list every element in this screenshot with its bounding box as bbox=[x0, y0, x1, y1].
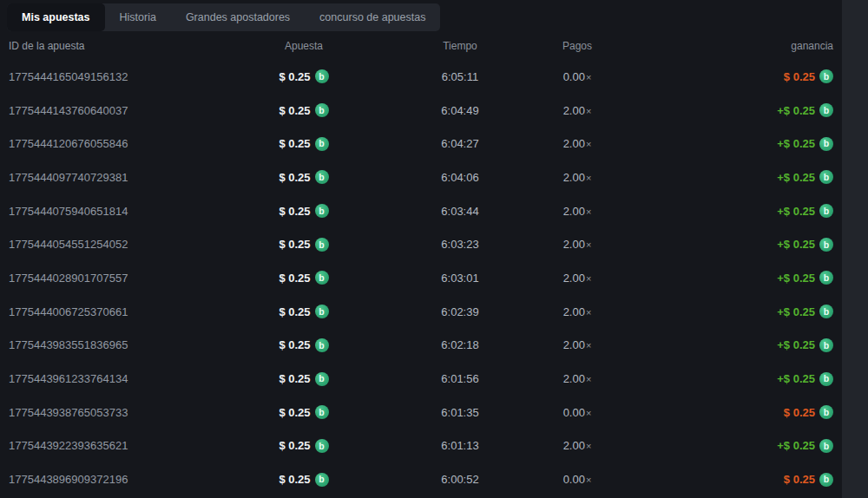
bets-tabbar: Mis apuestasHistoriaGrandes apostadoresc… bbox=[7, 3, 440, 31]
multiplier-symbol: × bbox=[586, 239, 591, 250]
bcd-coin-icon: b bbox=[819, 137, 833, 151]
bet-payout-cell: 2.00× bbox=[529, 137, 625, 150]
page-background-gutter bbox=[842, 0, 868, 498]
column-header-time: Tiempo bbox=[391, 40, 529, 52]
bet-time: 6:03:23 bbox=[391, 238, 529, 251]
bet-id: 1775443961233764134 bbox=[9, 372, 217, 385]
bet-amount-cell: $ 0.25 b bbox=[217, 405, 391, 419]
tab-concurso-de-apuestas[interactable]: concurso de apuestas bbox=[305, 3, 440, 31]
tab-grandes-apostadores[interactable]: Grandes apostadores bbox=[171, 3, 305, 31]
bet-row[interactable]: 1775443961233764134 $ 0.25 b 6:01:56 2.0… bbox=[0, 362, 842, 396]
bet-profit-cell: +$ 0.25 b bbox=[625, 271, 833, 285]
bet-payout-cell: 2.00× bbox=[529, 338, 625, 351]
bet-payout-cell: 2.00× bbox=[529, 171, 625, 184]
column-header-payout: Pagos bbox=[529, 40, 625, 52]
bcd-coin-icon: b bbox=[315, 204, 329, 218]
bet-row[interactable]: 1775444006725370661 $ 0.25 b 6:02:39 2.0… bbox=[0, 295, 842, 329]
bet-id: 1775444075940651814 bbox=[9, 205, 217, 218]
bet-time: 6:02:39 bbox=[391, 305, 529, 318]
bets-table-body: 1775444165049156132 $ 0.25 b 6:05:11 0.0… bbox=[0, 60, 842, 498]
bet-time: 6:03:44 bbox=[391, 205, 529, 218]
multiplier-symbol: × bbox=[586, 72, 591, 82]
table-header-row: ID de la apuesta Apuesta Tiempo Pagos ga… bbox=[0, 31, 842, 60]
profit-amount: $ 0.25 bbox=[784, 70, 815, 83]
bcd-coin-icon: b bbox=[819, 170, 833, 184]
bet-payout-cell: 2.00× bbox=[529, 439, 625, 452]
bcd-coin-icon: b bbox=[315, 238, 329, 252]
bcd-coin-icon: b bbox=[819, 473, 833, 487]
bet-amount-cell: $ 0.25 b bbox=[217, 137, 391, 151]
bcd-coin-icon: b bbox=[315, 271, 329, 285]
payout-multiplier: 2.00 bbox=[563, 171, 585, 184]
bet-amount-cell: $ 0.25 b bbox=[217, 372, 391, 386]
bet-row[interactable]: 1775444028901707557 $ 0.25 b 6:03:01 2.0… bbox=[0, 261, 842, 295]
bet-time: 6:01:56 bbox=[391, 372, 529, 385]
tab-mis-apuestas[interactable]: Mis apuestas bbox=[7, 3, 105, 31]
bet-row[interactable]: 1775443938765053733 $ 0.25 b 6:01:35 0.0… bbox=[0, 396, 842, 429]
bet-row[interactable]: 1775444097740729381 $ 0.25 b 6:04:06 2.0… bbox=[0, 161, 842, 194]
bet-time: 6:04:27 bbox=[391, 137, 529, 150]
bcd-coin-icon: b bbox=[819, 238, 833, 252]
bcd-coin-icon: b bbox=[315, 69, 329, 83]
bet-profit-cell: +$ 0.25 b bbox=[625, 372, 833, 386]
bet-amount-cell: $ 0.25 b bbox=[217, 473, 391, 487]
multiplier-symbol: × bbox=[586, 106, 591, 116]
bet-id: 1775444028901707557 bbox=[9, 272, 217, 285]
bcd-coin-icon: b bbox=[315, 305, 329, 318]
bet-payout-cell: 2.00× bbox=[529, 104, 625, 117]
bet-id: 1775444143760640037 bbox=[9, 104, 217, 117]
bcd-coin-icon: b bbox=[819, 69, 833, 83]
bet-amount-cell: $ 0.25 b bbox=[217, 338, 391, 352]
bet-time: 6:05:11 bbox=[391, 70, 529, 83]
bet-time: 6:03:01 bbox=[391, 272, 529, 285]
payout-multiplier: 2.00 bbox=[563, 305, 585, 318]
multiplier-symbol: × bbox=[586, 340, 591, 351]
bet-profit-cell: +$ 0.25 b bbox=[625, 439, 833, 453]
multiplier-symbol: × bbox=[586, 374, 591, 384]
profit-amount: +$ 0.25 bbox=[777, 104, 815, 117]
bet-row[interactable]: 1775443922393635621 $ 0.25 b 6:01:13 2.0… bbox=[0, 429, 842, 463]
bet-amount: $ 0.25 bbox=[279, 439, 310, 452]
bet-amount: $ 0.25 bbox=[279, 70, 310, 83]
column-header-profit: ganancia bbox=[625, 40, 833, 52]
bet-time: 6:02:18 bbox=[391, 338, 529, 351]
bet-profit-cell: +$ 0.25 b bbox=[625, 137, 833, 151]
multiplier-symbol: × bbox=[586, 206, 591, 217]
bet-row[interactable]: 1775444143760640037 $ 0.25 b 6:04:49 2.0… bbox=[0, 94, 842, 128]
bet-row[interactable]: 1775443983551836965 $ 0.25 b 6:02:18 2.0… bbox=[0, 329, 842, 363]
tab-historia[interactable]: Historia bbox=[105, 3, 171, 31]
column-header-bet-id: ID de la apuesta bbox=[9, 40, 217, 52]
bet-id: 1775444120676055846 bbox=[9, 137, 217, 150]
bcd-coin-icon: b bbox=[315, 137, 329, 151]
payout-multiplier: 2.00 bbox=[563, 137, 585, 150]
bcd-coin-icon: b bbox=[819, 305, 833, 318]
bet-amount-cell: $ 0.25 b bbox=[217, 69, 391, 83]
bet-payout-cell: 0.00× bbox=[529, 473, 625, 486]
bet-amount: $ 0.25 bbox=[279, 238, 310, 251]
bet-profit-cell: $ 0.25 b bbox=[625, 69, 833, 83]
bet-row[interactable]: 1775444054551254052 $ 0.25 b 6:03:23 2.0… bbox=[0, 227, 842, 261]
multiplier-symbol: × bbox=[586, 273, 591, 284]
multiplier-symbol: × bbox=[586, 408, 591, 418]
bet-row[interactable]: 1775443896909372196 $ 0.25 b 6:00:52 0.0… bbox=[0, 462, 842, 496]
multiplier-symbol: × bbox=[586, 441, 591, 451]
bet-amount-cell: $ 0.25 b bbox=[217, 170, 391, 184]
bet-payout-cell: 2.00× bbox=[529, 305, 625, 318]
bet-profit-cell: +$ 0.25 b bbox=[625, 204, 833, 218]
bcd-coin-icon: b bbox=[819, 204, 833, 218]
bet-row[interactable]: 1775444075940651814 $ 0.25 b 6:03:44 2.0… bbox=[0, 194, 842, 228]
bet-profit-cell: $ 0.25 b bbox=[625, 405, 833, 419]
bet-amount: $ 0.25 bbox=[279, 406, 310, 419]
bcd-coin-icon: b bbox=[819, 103, 833, 117]
bet-row[interactable]: 1775444120676055846 $ 0.25 b 6:04:27 2.0… bbox=[0, 127, 842, 161]
bet-profit-cell: +$ 0.25 b bbox=[625, 338, 833, 352]
bet-row[interactable]: 1775444165049156132 $ 0.25 b 6:05:11 0.0… bbox=[0, 60, 842, 94]
bcd-coin-icon: b bbox=[315, 473, 329, 487]
bet-id: 1775443938765053733 bbox=[9, 406, 217, 419]
bet-id: 1775444097740729381 bbox=[9, 171, 217, 184]
bet-id: 1775443922393635621 bbox=[9, 439, 217, 452]
profit-amount: +$ 0.25 bbox=[777, 372, 815, 385]
profit-amount: $ 0.25 bbox=[784, 473, 815, 486]
bet-profit-cell: +$ 0.25 b bbox=[625, 305, 833, 318]
profit-amount: +$ 0.25 bbox=[777, 439, 815, 452]
